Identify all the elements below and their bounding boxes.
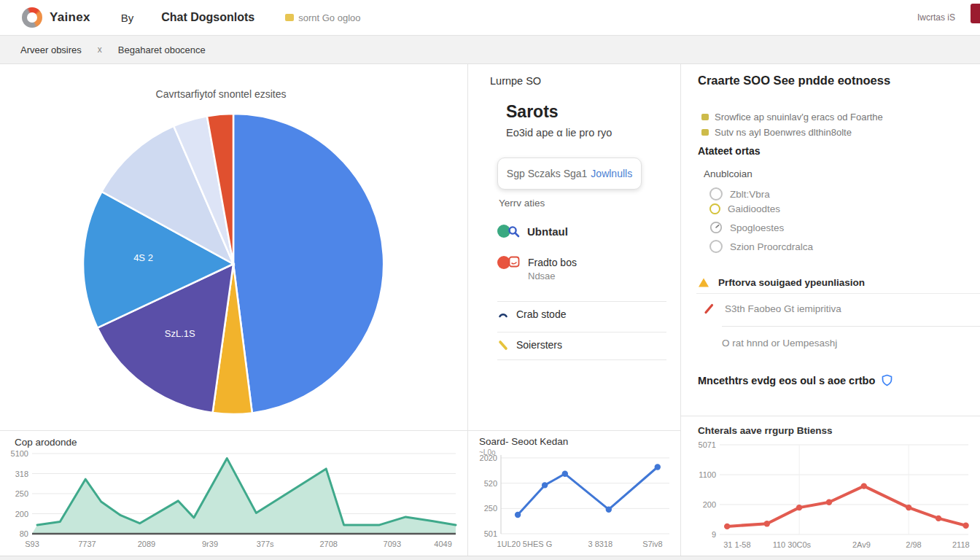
radio-icon[interactable] [709,240,723,253]
mid-line-chart: 20205202505011UL20 5HES G3 8318S7iv8 [473,453,676,552]
right-line-chart: 50711100200931 1-58110 30C0s2Av92/982118 [689,440,975,553]
tab-first[interactable]: Arveer obsires [20,44,82,55]
legend-item-label: Crab stode [516,308,566,320]
svg-text:7093: 7093 [384,540,401,548]
nav-item-by[interactable]: By [121,12,134,24]
yellow-slash-icon [497,340,509,351]
svg-text:200: 200 [703,500,716,509]
note-text: O rat hnnd or Uempesashj [722,338,837,349]
divider [696,293,980,294]
pie-panel: Cavrtsarfiytof snontel ezsites SzL.1S4S … [0,63,468,430]
area-chart-panel: Cop arodonde 510031825020080S93773720899… [0,430,468,556]
svg-text:1100: 1100 [699,470,716,479]
svg-text:4S 2: 4S 2 [133,252,153,263]
svg-text:5071: 5071 [699,440,716,449]
bullet-text: Sutv ns ayl Boenwres dlthin8olte [715,127,852,138]
action-button-label: Sgp Sczaks Sga1 [507,168,588,179]
arc-icon [497,309,509,319]
svg-text:520: 520 [484,479,497,488]
svg-text:80: 80 [20,529,28,538]
legend-item-label: Fradto bos [528,257,577,268]
legend-item-app[interactable]: Fradto bos Ndsae [497,256,577,281]
shield-icon[interactable] [881,374,893,386]
action-button[interactable]: Sgp Sczaks Sga1 Jowlnulls [497,158,642,190]
svg-text:SzL.1S: SzL.1S [165,328,195,339]
radio-label: Spogloestes [730,222,784,233]
svg-text:2118: 2118 [952,540,970,549]
brand-name: Yainex [50,10,90,25]
bullet-item: Sutv ns ayl Boenwres dlthin8olte [701,127,852,138]
legend-item-label: Ubntaul [527,225,568,238]
radio-option[interactable]: Gaidioodtes [709,203,780,214]
checklist-panel: Craarte SOO See pndde eotnoess Srowfice … [680,63,980,416]
app-window: Yainex By Chat Dogsonlots sornt Go ogloo… [0,0,980,560]
area-chart-title: Cop arodonde [15,437,77,448]
divider [497,359,666,360]
svg-text:S93: S93 [25,540,39,548]
svg-text:2020: 2020 [480,454,497,462]
nav-item-title[interactable]: Chat Dogsonlots [161,11,254,24]
radio-option[interactable]: Zblt:Vbra [709,187,770,201]
footer-note: Mncethtrs evdg eos oul s aoe crtbo [698,374,893,386]
gauge-radio-icon[interactable] [709,221,723,234]
right-line-chart-title: Chterals aave rrgurp Btienss [698,425,833,436]
panel-eyebrow: Lurnpe SO [490,75,541,87]
radio-option[interactable]: Szion Proorcdralca [709,240,813,253]
radio-selected-icon[interactable] [709,203,720,214]
svg-text:2708: 2708 [319,540,337,548]
svg-text:1UL20 5HES G: 1UL20 5HES G [497,540,552,548]
svg-text:2089: 2089 [138,540,155,548]
mid-line-chart-panel: Soard- Seoot Kedan ~L0o 20205202505011UL… [467,430,681,556]
panel-heading: Sarots [506,102,559,122]
svg-text:2/98: 2/98 [906,540,921,549]
bullet-square-icon [701,129,709,136]
divider [497,301,666,302]
checklist-title: Craarte SOO See pndde eotnoess [698,74,890,88]
footer-note-text: Mncethtrs evdg eos oul s aoe crtbo [698,375,875,386]
svg-text:250: 250 [15,489,28,498]
header-badge-label: sornt Go ogloo [298,12,360,23]
app-window-icon [508,256,521,268]
top-header: Yainex By Chat Dogsonlots sornt Go ogloo… [0,0,980,35]
legend-item-arc[interactable]: Crab stode [497,308,566,320]
header-badge[interactable]: sornt Go ogloo [285,12,360,23]
svg-text:2Av9: 2Av9 [852,540,871,549]
radio-option[interactable]: Spogloestes [709,221,784,234]
warning-item[interactable]: Prftorva souigaed ypeunliasion [698,277,865,288]
legend-item-search[interactable]: Ubntaul [497,225,568,238]
svg-text:318: 318 [15,470,28,478]
radio-icon[interactable] [709,187,723,201]
svg-text:S7iv8: S7iv8 [642,540,663,548]
right-line-chart-panel: Chterals aave rrgurp Btienss 50711100200… [680,416,980,556]
legend-item-slash[interactable]: Soiersters [497,339,562,351]
svg-text:377s: 377s [257,540,274,548]
svg-text:250: 250 [484,504,497,513]
divider [722,326,980,327]
svg-text:3 8318: 3 8318 [588,540,612,548]
legend-item-label: Soiersters [516,339,562,351]
svg-text:5100: 5100 [11,449,28,458]
svg-text:200: 200 [15,510,28,518]
error-item[interactable]: S3th Faobeo Gt iemipritiva [704,303,841,314]
bullet-text: Srowfice ap snuinlav'g eracs od Foarthe [715,112,883,122]
action-button-link[interactable]: Jowlnulls [591,168,632,179]
warning-triangle-icon [698,277,709,288]
tab-bar: Arveer obsires x Begaharet obocence [0,35,980,64]
radio-label: Szion Proorcdralca [730,241,813,252]
svg-text:9r39: 9r39 [202,540,218,548]
legend-item-sublabel: Ndsae [528,271,577,281]
tab-close-icon[interactable]: x [98,44,102,55]
yellow-square-icon [285,14,294,21]
svg-text:31 1-58: 31 1-58 [723,540,750,549]
page-bottom-edge [0,556,980,560]
error-text: S3th Faobeo Gt iemipritiva [725,303,841,314]
radio-label: Gaidioodtes [728,203,780,214]
detail-panel: Lurnpe SO Sarots Eo3id ape α lie pro ryo… [467,63,681,430]
edge-button[interactable] [971,4,980,23]
app-logo-icon[interactable] [22,7,42,28]
area-chart: 510031825020080S93773720899r39377s270870… [4,448,462,552]
radio-label: Zblt:Vbra [730,189,770,200]
radio-group-label: Anublcoian [704,168,752,179]
tab-second[interactable]: Begaharet obocence [118,44,206,55]
search-icon [508,225,520,238]
